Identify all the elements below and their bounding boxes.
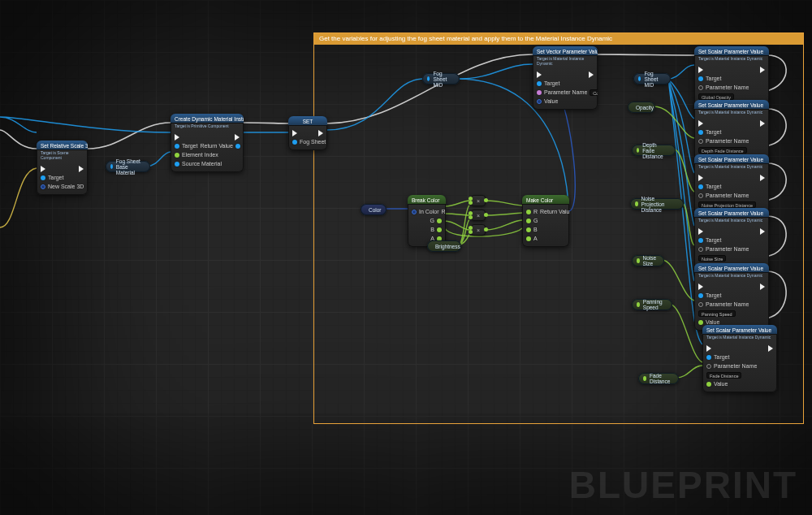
node-set-vector-param[interactable]: Set Vector Parameter Value Target is Mat…	[533, 46, 598, 110]
pin-label: Target	[714, 354, 729, 360]
var-panning-speed[interactable]: Panning Speed	[632, 299, 672, 310]
node-multiply-1[interactable]: ×	[471, 195, 486, 206]
index-pin[interactable]	[175, 153, 179, 158]
exec-out-pin[interactable]	[79, 166, 84, 172]
value-pin[interactable]	[706, 382, 711, 387]
exec-out-pin[interactable]	[760, 283, 765, 290]
exec-out-pin[interactable]	[235, 134, 240, 141]
exec-in-pin[interactable]	[706, 345, 711, 352]
node-make-color[interactable]: Make Color R Return Value G B A	[522, 195, 569, 247]
target-pin[interactable]	[698, 293, 703, 298]
var-noise-size[interactable]: Noise Size	[632, 255, 664, 266]
exec-out-pin[interactable]	[318, 130, 323, 136]
exec-out-pin[interactable]	[589, 71, 594, 78]
float-pin[interactable]	[643, 376, 646, 381]
exec-out-pin[interactable]	[768, 345, 773, 352]
float-pin[interactable]	[637, 148, 639, 153]
param-name-pin[interactable]	[698, 139, 703, 144]
node-set-scalar-param[interactable]: Set Scalar Parameter Value Target is Mat…	[702, 325, 777, 392]
var-fade-distance[interactable]: Fade Distance	[638, 373, 679, 384]
node-set-relative-scale[interactable]: Set Relative Scale 3D Target is Scene Co…	[37, 141, 88, 195]
exec-out-pin[interactable]	[760, 120, 765, 127]
b-pin[interactable]	[526, 227, 531, 232]
node-set-scalar-param[interactable]: Set Scalar Parameter Value Target is Mat…	[694, 263, 769, 331]
param-name-pin[interactable]	[698, 85, 703, 90]
scale-pin[interactable]	[41, 184, 45, 189]
return-pin[interactable]	[235, 144, 240, 149]
target-pin[interactable]	[175, 144, 179, 149]
pin-label: Target	[182, 143, 197, 149]
pin-label: Parameter Name	[714, 363, 757, 369]
float-pin[interactable]	[635, 201, 638, 206]
pin-label: R	[442, 209, 446, 214]
node-multiply-2[interactable]: ×	[471, 210, 486, 221]
node-subtitle: Target is Primitive Component	[171, 123, 244, 130]
target-pin[interactable]	[698, 76, 703, 81]
value-pin[interactable]	[537, 99, 542, 104]
node-set-var[interactable]: SET Fog Sheet MID	[288, 116, 327, 150]
exec-out-pin[interactable]	[760, 67, 765, 73]
obj-pin[interactable]	[427, 76, 430, 81]
source-pin[interactable]	[175, 162, 179, 167]
param-name-input[interactable]: Panning Speed	[698, 310, 736, 317]
node-multiply-3[interactable]: ×	[471, 224, 486, 236]
exec-in-pin[interactable]	[698, 228, 703, 235]
exec-out-pin[interactable]	[760, 175, 765, 181]
node-break-color[interactable]: Break Color In Color R G B A	[408, 195, 446, 247]
exec-in-pin[interactable]	[175, 134, 179, 141]
node-create-dynamic-material[interactable]: Create Dynamic Material Instance Target …	[171, 114, 244, 172]
param-name-pin[interactable]	[698, 247, 703, 252]
param-name-input[interactable]: Global Opacity	[698, 93, 734, 100]
param-name-pin[interactable]	[698, 193, 703, 198]
pin-label: R	[533, 209, 538, 214]
var-noise-proj[interactable]: Noise Projection Distance	[630, 198, 684, 210]
value-pin[interactable]	[698, 320, 703, 325]
exec-in-pin[interactable]	[698, 175, 703, 181]
var-brightness[interactable]: Brightness	[427, 240, 461, 252]
obj-pin[interactable]	[638, 76, 641, 81]
exec-in-pin[interactable]	[292, 130, 297, 136]
var-label: Fog Sheet Base Material	[116, 158, 144, 175]
var-color[interactable]: Color	[361, 204, 387, 215]
pin-label: B	[533, 227, 538, 232]
exec-out-pin[interactable]	[760, 228, 765, 235]
param-name-pin[interactable]	[698, 302, 703, 307]
target-pin[interactable]	[698, 238, 703, 243]
exec-in-pin[interactable]	[41, 166, 45, 172]
node-title: Set Scalar Parameter Value	[694, 46, 769, 56]
b-pin[interactable]	[437, 227, 442, 232]
var-opacity[interactable]: Opacity	[628, 102, 655, 113]
g-pin[interactable]	[526, 219, 531, 223]
comment-title[interactable]: Get the variables for adjusting the fog …	[314, 33, 803, 45]
param-name-input[interactable]: Fade Distance	[706, 372, 741, 379]
in-pin[interactable]	[292, 140, 297, 145]
var-fog-sheet-material[interactable]: Fog Sheet Base Material	[106, 161, 150, 172]
exec-in-pin[interactable]	[537, 71, 542, 78]
float-pin[interactable]	[637, 258, 640, 263]
obj-pin[interactable]	[110, 164, 113, 169]
in-pin[interactable]	[412, 210, 417, 214]
param-name-input[interactable]: Noise Size	[698, 255, 726, 262]
exec-in-pin[interactable]	[698, 120, 703, 127]
target-pin[interactable]	[41, 175, 45, 180]
exec-in-pin[interactable]	[698, 283, 703, 290]
var-label: Noise Size	[643, 255, 658, 266]
param-name-input[interactable]: Noise Projection Distance	[698, 201, 756, 208]
target-pin[interactable]	[537, 81, 542, 86]
target-pin[interactable]	[698, 130, 703, 135]
param-name-input[interactable]: Depth Fade Distance	[698, 147, 747, 154]
param-name-input[interactable]: Color	[590, 89, 598, 96]
float-pin[interactable]	[637, 302, 640, 307]
pin-label: Parameter Name	[706, 301, 749, 307]
var-fog-mid-1[interactable]: Fog Sheet MID	[422, 73, 460, 84]
exec-in-pin[interactable]	[698, 67, 703, 73]
param-name-pin[interactable]	[537, 90, 542, 95]
a-pin[interactable]	[526, 236, 531, 241]
target-pin[interactable]	[698, 184, 703, 189]
var-depth-fade[interactable]: Depth Fade Distance	[632, 145, 676, 156]
var-fog-mid-2[interactable]: Fog Sheet MID	[633, 73, 671, 84]
target-pin[interactable]	[706, 355, 711, 360]
g-pin[interactable]	[437, 219, 442, 223]
r-pin[interactable]	[526, 210, 531, 214]
param-name-pin[interactable]	[706, 364, 711, 369]
